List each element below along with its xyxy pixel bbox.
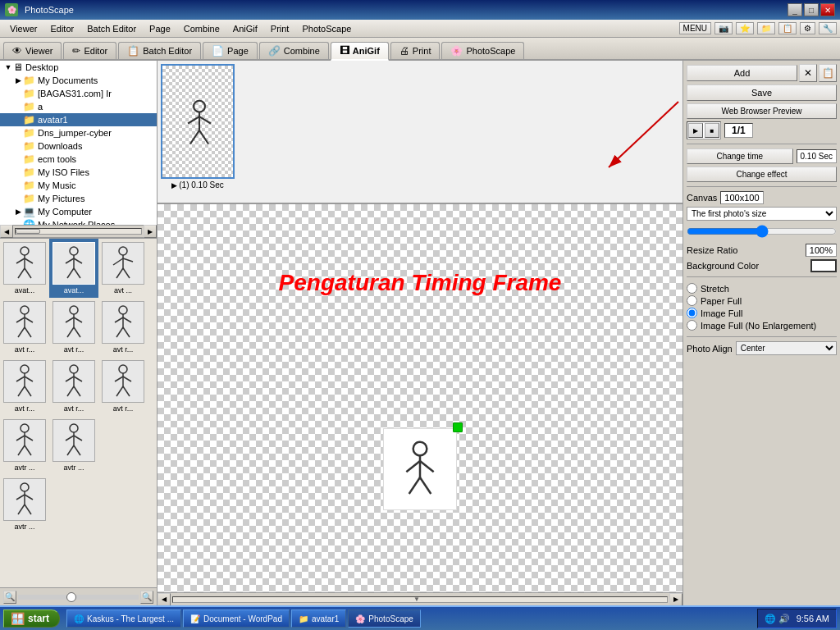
- expand-icon[interactable]: ▶: [13, 208, 23, 216]
- thumb-image-11: [52, 419, 95, 462]
- play-button[interactable]: ▶: [688, 123, 703, 138]
- thumb-item-9[interactable]: avt r...: [98, 357, 148, 416]
- tab-combine[interactable]: 🔗 Combine: [259, 42, 329, 59]
- toolbar-menu-btn[interactable]: MENU: [679, 22, 711, 34]
- tree-item-dns[interactable]: 📁 Dns_jumper-cyber: [0, 126, 157, 139]
- close-button[interactable]: ✕: [820, 3, 835, 16]
- maximize-button[interactable]: □: [804, 3, 819, 16]
- tab-editor[interactable]: ✏ Editor: [63, 42, 116, 59]
- tree-item-desktop[interactable]: ▼ 🖥 Desktop: [0, 61, 157, 74]
- thumb-item-6[interactable]: avt r...: [98, 298, 148, 357]
- thumb-item-12[interactable]: avtr ...: [0, 475, 49, 534]
- stop-button[interactable]: ■: [705, 123, 719, 138]
- tab-anigif[interactable]: 🎞 AniGif: [331, 42, 389, 61]
- toolbar-capture-btn[interactable]: 📷: [714, 22, 733, 34]
- stickman-svg-5: [59, 304, 89, 340]
- menu-combine[interactable]: Combine: [177, 22, 226, 35]
- scroll-thumb[interactable]: [16, 229, 40, 234]
- bg-color-swatch[interactable]: [810, 259, 837, 272]
- radio-image-full-no-enlarge-input[interactable]: [687, 320, 697, 331]
- tree-item-music[interactable]: 📁 My Music: [0, 179, 157, 192]
- web-preview-button[interactable]: Web Browser Preview: [687, 103, 837, 119]
- toolbar-tools-btn[interactable]: 🔧: [819, 22, 837, 34]
- thumb-item-4[interactable]: avt r...: [0, 298, 49, 357]
- thumb-item-2[interactable]: avat...: [49, 239, 98, 298]
- photo-align-select[interactable]: Center Top Left Top Right Bottom Left Bo…: [736, 341, 837, 355]
- tree-item-pictures[interactable]: 📁 My Pictures: [0, 192, 157, 205]
- canvas-scroll-left[interactable]: ◀: [158, 593, 171, 606]
- menu-page[interactable]: Page: [143, 22, 177, 35]
- menu-photoscape[interactable]: PhotoScape: [295, 22, 358, 35]
- thumb-item-8[interactable]: avt r...: [49, 357, 98, 416]
- add-button[interactable]: Add: [687, 65, 797, 81]
- taskbar-item-wordpad[interactable]: 📝 Document - WordPad: [183, 609, 290, 628]
- save-button[interactable]: Save: [687, 84, 837, 101]
- tree-item-a[interactable]: 📁 a: [0, 100, 157, 113]
- thumb-item-10[interactable]: avtr ...: [0, 416, 49, 475]
- thumb-image-2: [52, 242, 95, 285]
- radio-stretch-input[interactable]: [687, 283, 697, 294]
- menu-editor[interactable]: Editor: [43, 22, 80, 35]
- tree-item-iso[interactable]: 📁 My ISO Files: [0, 166, 157, 179]
- expand-icon[interactable]: ▶: [13, 76, 23, 84]
- ratio-slider[interactable]: [687, 225, 837, 238]
- tab-batch-editor[interactable]: 📋 Batch Editor: [118, 42, 201, 59]
- separator-4: [687, 336, 837, 337]
- frame-item-1[interactable]: ▶ (1) 0.10 Sec: [161, 64, 235, 189]
- scroll-left-btn[interactable]: ◀: [0, 225, 13, 238]
- tab-photoscape[interactable]: 🌸 PhotoScape: [441, 42, 524, 59]
- canvas-scroll-right[interactable]: ▶: [669, 593, 682, 606]
- toolbar-settings-btn[interactable]: ⚙: [800, 22, 815, 34]
- tab-viewer[interactable]: 👁 Viewer: [3, 42, 62, 59]
- zoom-slider-thumb[interactable]: [66, 592, 76, 602]
- thumb-item-1[interactable]: avat...: [0, 239, 49, 298]
- tree-item-mydocuments[interactable]: ▶ 📁 My Documents: [0, 74, 157, 87]
- desktop-icon: 🖥: [13, 62, 23, 73]
- menu-print[interactable]: Print: [264, 22, 296, 35]
- svg-line-45: [74, 377, 82, 381]
- delete-button[interactable]: ✕: [799, 64, 817, 82]
- radio-image-full-input[interactable]: [687, 308, 697, 318]
- tree-item-downloads[interactable]: 📁 Downloads: [0, 139, 157, 153]
- thumb-row-3: avt r... avt r...: [0, 357, 157, 416]
- thumb-item-5[interactable]: avt r...: [49, 298, 98, 357]
- tree-item-ecm[interactable]: 📁 ecm tools: [0, 153, 157, 166]
- toolbar-folder-btn[interactable]: 📁: [757, 22, 775, 34]
- svg-line-56: [16, 436, 25, 441]
- tree-item-mycomputer[interactable]: ▶ 💻 My Computer: [0, 205, 157, 218]
- svg-line-3: [25, 258, 33, 263]
- tab-photoscape-label: PhotoScape: [466, 46, 515, 56]
- thumb-item-3[interactable]: avt ...: [98, 239, 148, 298]
- taskbar-item-photoscape[interactable]: 🌸 PhotoScape: [348, 609, 421, 628]
- tree-item-network[interactable]: 🌐 My Network Places: [0, 218, 157, 225]
- minimize-button[interactable]: _: [788, 3, 802, 16]
- radio-paper-full-label: Paper Full: [701, 296, 742, 306]
- canvas-hscrollbar: ◀ ▼ ▶: [158, 592, 682, 605]
- svg-line-58: [18, 445, 25, 455]
- radio-paper-full-input[interactable]: [687, 295, 697, 306]
- change-effect-button[interactable]: Change effect: [687, 167, 837, 182]
- taskbar-item-avatar1[interactable]: 📁 avatar1: [291, 609, 346, 628]
- tree-label-dns: Dns_jumper-cyber: [38, 128, 112, 138]
- toolbar-copy-btn[interactable]: 📋: [778, 22, 797, 34]
- tab-print[interactable]: 🖨 Print: [390, 42, 441, 59]
- expand-icon[interactable]: ▼: [3, 63, 13, 71]
- menu-batch-editor[interactable]: Batch Editor: [80, 22, 143, 35]
- duplicate-button[interactable]: 📋: [819, 64, 837, 82]
- scroll-right-btn[interactable]: ▶: [144, 225, 157, 238]
- zoom-in-btn[interactable]: 🔍: [3, 591, 16, 604]
- start-button[interactable]: 🪟 start: [3, 609, 60, 628]
- mycomputer-icon: 💻: [23, 206, 35, 217]
- canvas-size-select[interactable]: The first photo's size 100x100 200x200 C…: [687, 207, 837, 221]
- menu-anigif[interactable]: AniGif: [226, 22, 264, 35]
- zoom-out-btn[interactable]: 🔍: [140, 591, 153, 604]
- thumb-item-11[interactable]: avtr ...: [49, 416, 98, 475]
- change-time-button[interactable]: Change time: [687, 148, 793, 164]
- menu-viewer[interactable]: Viewer: [3, 22, 43, 35]
- thumb-item-7[interactable]: avt r...: [0, 357, 49, 416]
- tab-page[interactable]: 📄 Page: [203, 42, 258, 59]
- tree-item-bagas[interactable]: 📁 [BAGAS31.com] Ir: [0, 87, 157, 100]
- taskbar-item-kaskus[interactable]: 🌐 Kaskus - The Largest ...: [66, 609, 181, 628]
- tree-item-avatar1[interactable]: 📁 avatar1: [0, 113, 157, 126]
- toolbar-star-btn[interactable]: ⭐: [736, 22, 754, 34]
